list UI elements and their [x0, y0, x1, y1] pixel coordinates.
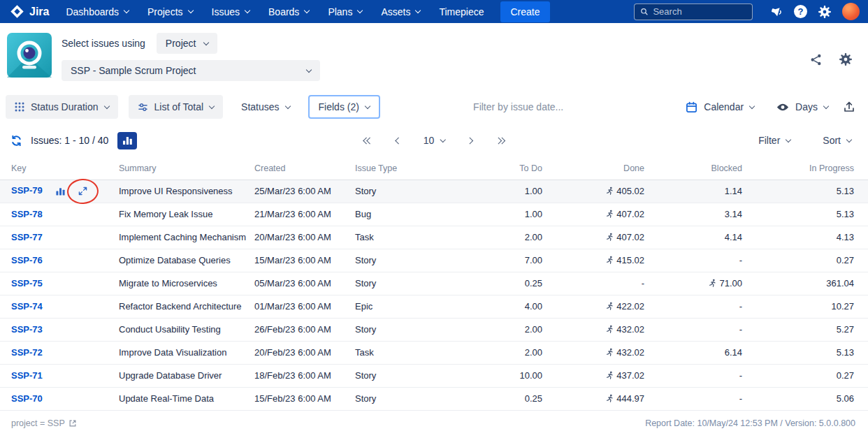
in-progress-cell: 0.27 [742, 249, 868, 272]
announcements-button[interactable] [770, 5, 783, 18]
todo-cell: 4.00 [426, 295, 542, 318]
table-row: SSP-77Implement Caching Mechanism20/Mar/… [0, 226, 868, 249]
issue-key-link[interactable]: SSP-73 [11, 324, 43, 335]
pagination-controls: 10 [363, 135, 506, 146]
nav-item-issues[interactable]: Issues [212, 6, 249, 17]
column-header-created[interactable]: Created [243, 157, 344, 180]
runner-icon [605, 256, 614, 265]
column-header-blocked[interactable]: Blocked [644, 157, 742, 180]
key-cell: SSP-75 [0, 272, 108, 295]
row-chart-button[interactable] [54, 184, 68, 198]
issue-type-cell: Task [344, 226, 426, 249]
nav-item-timepiece[interactable]: Timepiece [439, 6, 484, 17]
sliders-icon [138, 102, 148, 112]
issues-count-label: Issues: 1 - 10 / 40 [31, 135, 108, 146]
chevron-down-icon [365, 103, 370, 108]
chart-view-button[interactable] [117, 132, 137, 149]
column-header-todo[interactable]: To Do [426, 157, 542, 180]
search-input[interactable] [653, 6, 746, 17]
pagination-first-button[interactable] [363, 137, 374, 145]
summary-cell: Fix Memory Leak Issue [108, 203, 243, 226]
table-row: SSP-70Update Real-Time Data15/Feb/23 6:0… [0, 387, 868, 410]
in-progress-cell: 5.27 [742, 318, 868, 341]
nav-item-boards[interactable]: Boards [268, 6, 309, 17]
issue-key-link[interactable]: SSP-71 [11, 370, 43, 381]
page-size-dropdown[interactable]: 10 [424, 135, 445, 146]
issue-date-filter-input[interactable] [473, 101, 585, 112]
issue-source-dropdown[interactable]: Project [157, 33, 218, 54]
key-cell: SSP-79 [0, 180, 108, 203]
jira-logo[interactable]: Jira [10, 4, 49, 19]
blocked-cell: 4.14 [644, 226, 742, 249]
sort-dropdown[interactable]: Sort [821, 131, 853, 150]
issue-key-link[interactable]: SSP-77 [11, 232, 43, 242]
issue-key-link[interactable]: SSP-76 [11, 255, 43, 265]
report-settings-button[interactable] [839, 52, 853, 66]
column-header-summary[interactable]: Summary [108, 157, 243, 180]
issue-type-cell: Story [344, 318, 426, 341]
help-button[interactable]: ? [794, 5, 807, 18]
summary-cell: Optimize Database Queries [108, 249, 243, 272]
row-expand-button[interactable] [76, 184, 90, 198]
issue-type-cell: Story [344, 249, 426, 272]
chevron-down-icon [304, 8, 310, 13]
filter-dropdown[interactable]: Filter [757, 131, 792, 150]
statuses-dropdown[interactable]: Statuses [233, 96, 297, 118]
column-header-key[interactable]: Key [0, 157, 108, 180]
pagination-next-button[interactable] [465, 137, 473, 145]
key-cell: SSP-74 [0, 295, 108, 318]
column-header-in-progress[interactable]: In Progress [742, 157, 868, 180]
fields-dropdown[interactable]: Fields (2) [308, 95, 380, 119]
nav-item-assets[interactable]: Assets [381, 6, 420, 17]
column-header-done[interactable]: Done [542, 157, 644, 180]
create-button[interactable]: Create [500, 1, 549, 22]
user-avatar[interactable] [842, 3, 860, 20]
jira-logo-text: Jira [29, 6, 49, 18]
in-progress-cell: 5.13 [742, 341, 868, 364]
unit-dropdown[interactable]: Days [769, 96, 836, 118]
blocked-cell: - [644, 249, 742, 272]
todo-cell: 1.00 [426, 180, 542, 203]
external-link-icon[interactable] [68, 419, 77, 428]
share-icon [809, 53, 823, 66]
share-button[interactable] [809, 53, 823, 66]
calendar-dropdown[interactable]: Calendar [678, 96, 762, 119]
issue-type-cell: Story [344, 180, 426, 203]
chevron-down-icon [209, 103, 215, 108]
summary-cell: Update Real-Time Data [108, 387, 243, 410]
todo-cell: 2.00 [426, 226, 542, 249]
calendar-icon [686, 101, 697, 113]
issue-key-link[interactable]: SSP-70 [11, 393, 43, 404]
project-dropdown[interactable]: SSP - Sample Scrum Project [62, 60, 320, 81]
global-search[interactable] [634, 3, 753, 20]
nav-item-projects[interactable]: Projects [147, 6, 193, 17]
report-type-label: Status Duration [31, 101, 99, 112]
done-cell: 415.02 [542, 249, 644, 272]
issue-key-link[interactable]: SSP-72 [11, 347, 43, 358]
table-row: SSP-75Migrate to Microservices05/Mar/23 … [0, 272, 868, 295]
todo-cell: 0.25 [426, 387, 542, 410]
settings-button[interactable] [818, 5, 832, 19]
issue-key-link[interactable]: SSP-74 [11, 301, 43, 312]
column-header-issue-type[interactable]: Issue Type [344, 157, 426, 180]
nav-item-label: Boards [268, 6, 299, 17]
export-button[interactable] [843, 101, 855, 113]
key-cell: SSP-73 [0, 318, 108, 341]
runner-icon [605, 348, 614, 357]
nav-item-plans[interactable]: Plans [328, 6, 362, 17]
gear-icon [839, 52, 853, 66]
chevron-down-icon [440, 136, 445, 142]
issue-key-link[interactable]: SSP-75 [11, 278, 43, 288]
summary-cell: Upgrade Database Driver [108, 364, 243, 387]
view-mode-dropdown[interactable]: List of Total [129, 95, 224, 119]
issue-key-link[interactable]: SSP-78 [11, 209, 43, 219]
runner-icon [605, 325, 614, 334]
issue-key-link[interactable]: SSP-79 [11, 185, 43, 196]
refresh-button[interactable] [10, 134, 23, 147]
report-type-dropdown[interactable]: Status Duration [6, 95, 118, 119]
bar-chart-icon [55, 186, 66, 196]
pagination-last-button[interactable] [494, 137, 505, 145]
nav-item-dashboards[interactable]: Dashboards [66, 6, 129, 17]
pagination-prev-button[interactable] [395, 137, 403, 145]
created-cell: 15/Feb/23 6:00 AM [243, 387, 344, 410]
